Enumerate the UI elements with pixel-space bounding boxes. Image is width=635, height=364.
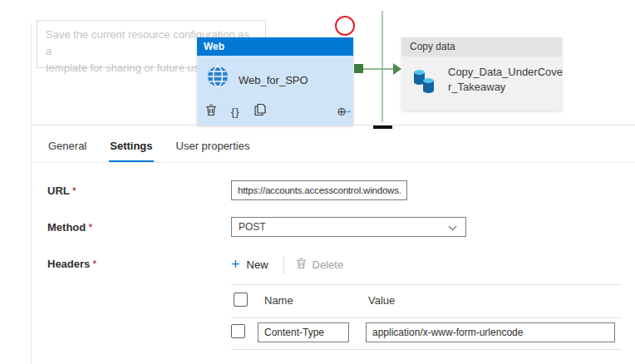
- canvas-left-border: [31, 23, 32, 364]
- copy-data-activity-node[interactable]: Copy data Copy_Data_UnderCove r_Takeaway: [401, 37, 562, 111]
- table-bottom-border: [231, 349, 622, 350]
- method-selected-value: POST: [239, 221, 266, 233]
- column-header-value: Value: [368, 294, 395, 307]
- trash-icon: [296, 257, 307, 273]
- row-checkbox[interactable]: [231, 324, 245, 338]
- web-activity-name: Web_for_SPO: [239, 74, 308, 86]
- headers-toolbar: + New Delete: [231, 253, 343, 275]
- plus-icon: +: [231, 257, 240, 272]
- header-name-input[interactable]: [258, 322, 349, 342]
- add-output-icon[interactable]: ⊕→: [337, 105, 347, 118]
- clone-activity-icon[interactable]: [254, 103, 266, 120]
- tab-general[interactable]: General: [47, 131, 87, 162]
- web-activity-type-label: Web: [197, 37, 353, 56]
- config-tabbar: General Settings User properties: [32, 131, 635, 163]
- copy-data-icon: [411, 66, 440, 100]
- table-header-divider: [231, 317, 622, 318]
- copy-activity-name: Copy_Data_UnderCove r_Takeaway: [448, 65, 563, 95]
- copy-activity-type-label: Copy data: [401, 37, 562, 57]
- error-indicator-circle: [335, 16, 355, 36]
- connector-arrowhead: [393, 63, 401, 75]
- connector-output-port[interactable]: [354, 64, 363, 73]
- required-asterisk: *: [88, 221, 92, 234]
- delete-header-button[interactable]: Delete: [296, 257, 344, 273]
- headers-label: Headers*: [47, 258, 96, 270]
- tab-user-properties[interactable]: User properties: [175, 131, 251, 162]
- connector-line: [363, 68, 395, 70]
- url-label: URL*: [47, 184, 76, 197]
- new-header-button[interactable]: + New: [231, 257, 268, 272]
- url-input[interactable]: [231, 180, 407, 200]
- header-value-input[interactable]: [366, 322, 615, 342]
- toolbar-separator: [283, 256, 284, 273]
- panel-resize-handle[interactable]: [373, 125, 392, 129]
- select-all-checkbox[interactable]: [234, 293, 248, 307]
- web-globe-icon: [207, 66, 229, 91]
- required-asterisk: *: [92, 258, 96, 270]
- required-asterisk: *: [72, 184, 76, 197]
- connector-vertical-line: [381, 11, 383, 122]
- table-top-border: [231, 284, 622, 285]
- method-label: Method*: [47, 221, 92, 234]
- code-view-icon[interactable]: {}: [231, 106, 240, 118]
- method-select[interactable]: POST: [231, 217, 466, 237]
- column-header-name: Name: [264, 294, 293, 307]
- delete-activity-icon[interactable]: [205, 103, 217, 120]
- chevron-down-icon: [449, 223, 457, 231]
- web-activity-node[interactable]: Web Web_for_SPO {}: [197, 37, 353, 125]
- tab-settings[interactable]: Settings: [109, 131, 153, 162]
